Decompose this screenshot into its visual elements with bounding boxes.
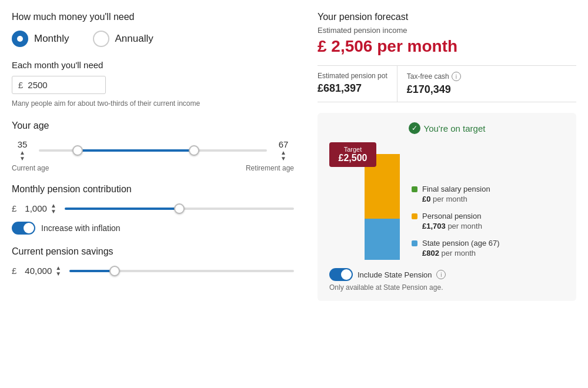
legend-strong-1: £1,703	[422, 222, 446, 230]
legend-item-0: Final salary pension £0 per month	[412, 185, 564, 203]
target-box: Target £2,500	[329, 142, 376, 167]
pot-item-tax: Tax-free cash i £170,349	[397, 66, 470, 102]
contribution-thumb[interactable]	[174, 203, 185, 214]
on-target-row: ✓ You're on target	[329, 122, 564, 134]
bar-chart: Target £2,500	[329, 142, 400, 260]
retirement-age-value: 67	[273, 139, 294, 150]
pot-label: Estimated pension pot	[318, 72, 387, 80]
radio-annually[interactable]: Annually	[93, 31, 153, 47]
chart-card: ✓ You're on target Target £2,500	[318, 113, 576, 301]
tax-label: Tax-free cash i	[407, 72, 461, 81]
legend-unit-0: per month	[433, 195, 467, 203]
savings-thumb[interactable]	[109, 266, 120, 276]
savings-currency: £	[12, 266, 16, 276]
current-age-stepper[interactable]: 35 ▲ ▼	[12, 139, 33, 162]
current-age-arrows[interactable]: ▲ ▼	[12, 150, 33, 162]
contribution-fill	[65, 208, 179, 210]
age-section: Your age 35 ▲ ▼	[12, 121, 294, 172]
legend-dot-green	[412, 186, 417, 192]
forecast-title: Your pension forecast	[318, 12, 576, 22]
inflation-toggle[interactable]	[12, 222, 35, 235]
legend-dot-orange	[412, 213, 417, 219]
savings-input-wrapper: £ 40,000 ▲ ▼	[12, 265, 61, 277]
state-pension-row: Include State Pension i	[329, 268, 564, 281]
frequency-radio-group: Monthly Annually	[12, 31, 294, 47]
retirement-age-stepper[interactable]: 67 ▲ ▼	[273, 139, 294, 162]
pot-item-pension: Estimated pension pot £681,397	[318, 66, 397, 102]
retirement-age-down[interactable]: ▼	[280, 156, 286, 162]
legend-title-1: Personal pension	[422, 212, 482, 222]
radio-monthly-label: Monthly	[34, 33, 69, 45]
pot-label-text: Estimated pension pot	[318, 72, 387, 80]
radio-annually-circle[interactable]	[93, 31, 109, 47]
legend-text-1: Personal pension £1,703 per month	[422, 212, 482, 230]
legend-title-0: Final salary pension	[422, 185, 490, 195]
savings-row: £ 40,000 ▲ ▼	[12, 265, 294, 277]
legend-dot-blue	[412, 240, 417, 246]
monthly-income-section: Each month you'll need £ Many people aim…	[12, 60, 294, 109]
state-pension-info-icon[interactable]: i	[436, 270, 446, 279]
inflation-label: Increase with inflation	[41, 223, 121, 233]
legend-strong-0: £0	[422, 195, 430, 203]
state-pension-note: Only available at State Pension age.	[329, 283, 564, 292]
check-icon: ✓	[409, 122, 420, 134]
contribution-slider-container	[65, 203, 294, 215]
contribution-currency: £	[12, 203, 16, 213]
contribution-down[interactable]: ▼	[51, 209, 56, 215]
contribution-stepper[interactable]: ▲ ▼	[51, 203, 56, 215]
radio-monthly[interactable]: Monthly	[12, 31, 69, 47]
contribution-row: £ 1,000 ▲ ▼	[12, 203, 294, 215]
legend-text-0: Final salary pension £0 per month	[422, 185, 490, 203]
monthly-income-input[interactable]	[28, 80, 86, 90]
savings-value: 40,000	[25, 266, 52, 276]
chart-area: Target £2,500 Final salary pension	[329, 142, 564, 260]
pot-value: £681,397	[318, 82, 387, 95]
contribution-input-wrapper: £ 1,000 ▲ ▼	[12, 203, 56, 215]
retirement-age-arrows[interactable]: ▲ ▼	[273, 150, 294, 162]
bar-blue	[365, 219, 400, 260]
on-target-text: You're on target	[424, 123, 486, 133]
monthly-input-wrapper: £	[12, 76, 106, 94]
pot-row: Estimated pension pot £681,397 Tax-free …	[318, 65, 576, 102]
savings-title: Current pension savings	[12, 246, 294, 257]
tax-value: £170,349	[407, 83, 461, 96]
legend: Final salary pension £0 per month Person…	[412, 185, 564, 260]
legend-strong-2: £802	[422, 249, 439, 257]
savings-down[interactable]: ▼	[55, 271, 61, 277]
legend-text-2: State pension (age 67) £802 per month	[422, 239, 500, 257]
on-target-badge: ✓ You're on target	[329, 122, 564, 134]
legend-item-1: Personal pension £1,703 per month	[412, 212, 564, 230]
legend-title-2: State pension (age 67)	[422, 239, 500, 249]
contribution-track	[65, 208, 294, 210]
savings-slider-container	[69, 265, 294, 277]
tax-label-text: Tax-free cash	[407, 72, 449, 81]
state-pension-label: Include State Pension	[358, 270, 432, 279]
age-slider-row: 35 ▲ ▼ 67 ▲	[12, 139, 294, 162]
state-pension-toggle[interactable]	[329, 268, 353, 281]
inflation-toggle-row: Increase with inflation	[12, 222, 294, 235]
savings-track	[69, 270, 294, 272]
age-title: Your age	[12, 121, 294, 131]
contribution-section: Monthly pension contribution £ 1,000 ▲ ▼	[12, 184, 294, 235]
radio-monthly-circle[interactable]	[12, 31, 28, 47]
current-age-label: Current age	[12, 164, 49, 172]
age-slider-fill	[78, 149, 194, 152]
monthly-hint: Many people aim for about two-thirds of …	[12, 99, 294, 109]
left-panel: How much money you'll need Monthly Annua…	[12, 12, 294, 301]
savings-stepper[interactable]: ▲ ▼	[55, 265, 61, 277]
radio-annually-label: Annually	[115, 33, 153, 45]
estimated-label: Estimated pension income	[318, 26, 576, 35]
retirement-age-label: Retirement age	[246, 164, 294, 172]
current-age-value: 35	[12, 139, 33, 150]
legend-unit-2: per month	[442, 249, 476, 257]
current-age-thumb[interactable]	[72, 145, 83, 156]
savings-fill	[69, 270, 114, 272]
contribution-title: Monthly pension contribution	[12, 184, 294, 195]
tax-info-icon[interactable]: i	[452, 72, 461, 81]
right-panel: Your pension forecast Estimated pension …	[318, 12, 576, 301]
target-box-value: £2,500	[335, 153, 370, 163]
big-income: £ 2,506 per month	[318, 37, 576, 56]
retirement-age-thumb[interactable]	[189, 145, 199, 156]
current-age-down[interactable]: ▼	[19, 156, 25, 162]
monthly-input-label: Each month you'll need	[12, 60, 294, 70]
